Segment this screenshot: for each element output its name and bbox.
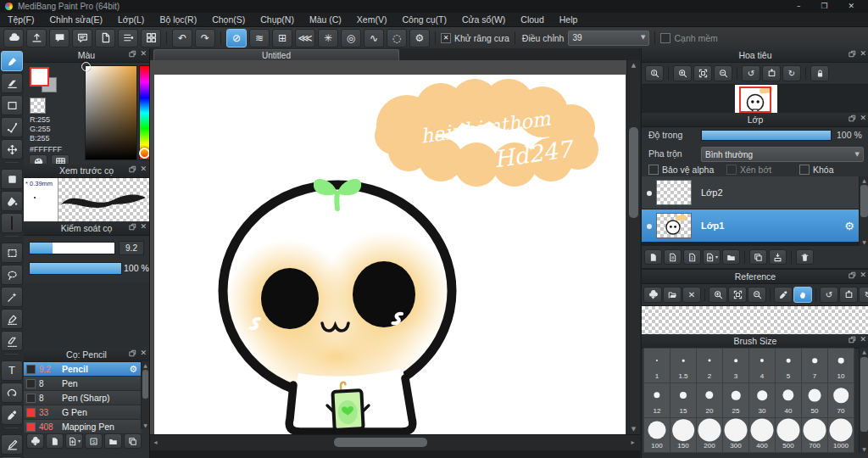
- popout-icon[interactable]: [129, 165, 136, 173]
- close-icon[interactable]: ✕: [140, 349, 147, 357]
- rotate-left-button[interactable]: ↺: [742, 65, 760, 81]
- zoom-fit-button[interactable]: [728, 287, 747, 303]
- menu-item[interactable]: Help: [552, 13, 586, 26]
- merge-down-button[interactable]: [769, 249, 787, 265]
- rotate-reset-button[interactable]: [839, 287, 858, 303]
- div-pen-tool-button[interactable]: [1, 434, 23, 455]
- scroll-down-icon[interactable]: ▼: [860, 238, 868, 246]
- brush-size-option[interactable]: 30: [749, 383, 775, 417]
- close-x-button[interactable]: ✕: [682, 287, 701, 303]
- gear-icon[interactable]: ⚙: [129, 365, 137, 374]
- brush-size-option[interactable]: 100: [644, 418, 670, 452]
- lock-button[interactable]: [810, 65, 829, 81]
- close-button[interactable]: ✕: [848, 3, 854, 10]
- page-add-button[interactable]: ▾: [703, 249, 721, 265]
- brush-size-option[interactable]: 1000: [828, 418, 854, 452]
- brush-size-scrollbar[interactable]: ▲ ▼: [859, 348, 868, 453]
- snap-parallel-button[interactable]: ≋: [249, 29, 270, 47]
- snap-grid-button[interactable]: ⊞: [272, 29, 292, 47]
- popout-icon[interactable]: [849, 336, 856, 344]
- app-icon[interactable]: [5, 3, 13, 10]
- canvas-vscrollbar[interactable]: ▲ ▼: [626, 60, 640, 435]
- page-1-button[interactable]: 1: [683, 249, 701, 265]
- dropper-button[interactable]: [774, 287, 793, 303]
- menu-item[interactable]: Màu (C): [302, 13, 349, 26]
- select-pen-tool-button[interactable]: [1, 309, 23, 329]
- soft-edge-checkbox[interactable]: Cạnh mềm: [660, 33, 717, 43]
- polyline-tool-button[interactable]: [1, 117, 23, 137]
- transform-tool-button[interactable]: [1, 383, 23, 403]
- scroll-left-icon[interactable]: ◂: [150, 435, 161, 450]
- canvas-hscrollbar[interactable]: ◂ ▸: [150, 434, 640, 450]
- snap-off-button[interactable]: ⊘: [226, 29, 247, 47]
- brush-size-option[interactable]: 25: [723, 383, 748, 417]
- scroll-up-icon[interactable]: ▲: [860, 176, 868, 184]
- snap-radial-button[interactable]: ✳: [318, 29, 338, 47]
- page-button[interactable]: [644, 249, 662, 265]
- tiles-button[interactable]: [141, 29, 161, 47]
- brush-opacity-slider[interactable]: [29, 262, 122, 275]
- bucket-tool-button[interactable]: [1, 191, 23, 211]
- brush-list-item[interactable]: 9.2Pencil⚙: [24, 362, 142, 377]
- clipping-checkbox[interactable]: Xén bớt: [726, 165, 771, 175]
- close-icon[interactable]: ✕: [140, 165, 147, 173]
- list-settings-button[interactable]: [118, 29, 138, 47]
- rotate-left-button[interactable]: ↺: [820, 287, 838, 303]
- duplicate-button[interactable]: [124, 433, 142, 449]
- document-button[interactable]: [95, 29, 115, 47]
- close-icon[interactable]: ✕: [860, 114, 866, 122]
- close-icon[interactable]: ✕: [140, 50, 147, 58]
- trash-button[interactable]: [796, 249, 814, 265]
- menu-item[interactable]: Chụp(N): [253, 13, 302, 26]
- antialias-checkbox[interactable]: ✕ Khử răng cưa: [441, 33, 509, 43]
- popout-icon[interactable]: [849, 50, 856, 58]
- fill-rect-tool-button[interactable]: [1, 169, 23, 189]
- rotate-right-button[interactable]: ↻: [859, 287, 868, 303]
- brush-size-option[interactable]: 20: [697, 383, 722, 417]
- menu-item[interactable]: Bộ lọc(R): [152, 13, 204, 26]
- folder-button[interactable]: [722, 249, 740, 265]
- scrollbar-thumb[interactable]: [860, 185, 868, 217]
- navigator-viewport-rect[interactable]: [739, 87, 771, 113]
- menu-item[interactable]: Tệp(F): [0, 13, 42, 26]
- undo-button[interactable]: ↶: [172, 29, 192, 47]
- brush-tool-button[interactable]: [1, 51, 23, 71]
- menu-item[interactable]: Chọn(S): [204, 13, 253, 26]
- text-tool-button[interactable]: T: [1, 360, 23, 381]
- zoom-out-button[interactable]: [714, 65, 732, 81]
- close-icon[interactable]: ✕: [860, 271, 866, 279]
- gear-icon[interactable]: ⚙: [844, 221, 854, 232]
- zoom-in-button[interactable]: [709, 287, 727, 303]
- document-tab[interactable]: Untitled: [153, 49, 399, 61]
- saturation-value-picker[interactable]: [85, 65, 137, 160]
- brush-size-option[interactable]: 40: [776, 383, 801, 417]
- wand-tool-button[interactable]: [1, 287, 23, 307]
- brush-list-item[interactable]: 8Pen: [24, 377, 142, 391]
- close-icon[interactable]: ✕: [860, 336, 866, 344]
- brush-size-value[interactable]: 9.2: [119, 241, 144, 255]
- brush-size-option[interactable]: 10: [828, 349, 854, 383]
- chat-lines-button[interactable]: [72, 29, 92, 47]
- brush-size-option[interactable]: 3: [723, 349, 748, 383]
- menu-item[interactable]: Lớp(L): [110, 13, 152, 26]
- eraser-tool-button[interactable]: [1, 73, 23, 93]
- brush-size-option[interactable]: 200: [697, 418, 722, 452]
- brush-size-option[interactable]: 500: [776, 418, 801, 452]
- scroll-right-icon[interactable]: ▸: [627, 435, 638, 450]
- transparent-color-swatch[interactable]: [30, 98, 46, 114]
- brush-size-option[interactable]: 700: [802, 418, 827, 452]
- brush-size-option[interactable]: 70: [828, 383, 854, 417]
- menu-item[interactable]: Chỉnh sửa(E): [42, 13, 110, 26]
- zoom-actual-button[interactable]: [645, 65, 664, 81]
- brush-size-option[interactable]: 400: [749, 418, 775, 452]
- scrollbar-thumb[interactable]: [142, 370, 148, 399]
- page-button[interactable]: [46, 433, 64, 449]
- rotate-reset-button[interactable]: [762, 65, 781, 81]
- upload-button[interactable]: [26, 29, 47, 47]
- scroll-down-icon[interactable]: ▼: [860, 445, 868, 453]
- snap-concentric-button[interactable]: ◎: [341, 29, 361, 47]
- popout-icon[interactable]: [849, 114, 856, 122]
- popout-icon[interactable]: [129, 223, 136, 231]
- foreground-color-swatch[interactable]: [30, 67, 49, 87]
- protect-alpha-checkbox[interactable]: Bảo vệ alpha: [648, 165, 714, 175]
